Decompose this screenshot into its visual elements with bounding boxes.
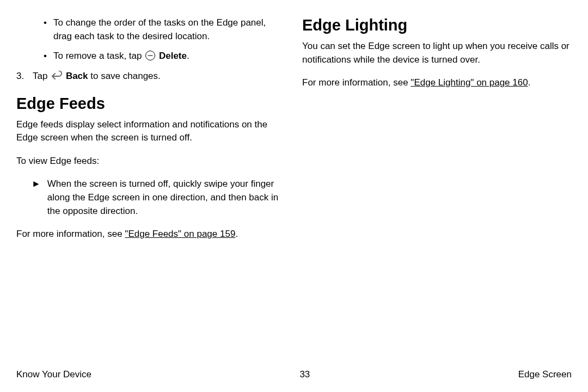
bullet-item: • To change the order of the tasks on th… <box>44 16 286 43</box>
text-fragment: For more information, see <box>302 77 411 88</box>
text-bold: Back <box>66 71 88 81</box>
text-fragment: . <box>528 77 531 88</box>
cross-reference-link[interactable]: "Edge Lighting" on page 160 <box>411 77 528 88</box>
delete-icon <box>145 51 155 60</box>
text-fragment: Tap <box>33 71 50 81</box>
paragraph: You can set the Edge screen to light up … <box>302 40 572 66</box>
action-item: ► When the screen is turned off, quickly… <box>32 177 286 218</box>
step-number: 3. <box>16 70 33 85</box>
right-column: Edge Lighting You can set the Edge scree… <box>302 16 572 365</box>
bullet-text: To change the order of the tasks on the … <box>53 16 286 43</box>
footer-left: Know Your Device <box>16 369 91 380</box>
bullet-marker: • <box>44 16 47 43</box>
page-footer: Know Your Device 33 Edge Screen <box>16 369 572 380</box>
text-fragment: . <box>187 51 189 61</box>
paragraph: For more information, see "Edge Feeds" o… <box>16 228 286 241</box>
bullet-text: To remove a task, tap Delete. <box>53 50 189 63</box>
back-icon <box>51 71 62 85</box>
text-bold: Delete <box>159 51 187 61</box>
cross-reference-link[interactable]: "Edge Feeds" on page 159 <box>125 229 235 239</box>
heading-edge-lighting: Edge Lighting <box>302 16 572 34</box>
bullet-item: • To remove a task, tap Delete. <box>44 50 286 63</box>
footer-right: Edge Screen <box>518 369 572 380</box>
text-fragment: . <box>235 229 238 239</box>
heading-edge-feeds: Edge Feeds <box>16 95 286 113</box>
paragraph: For more information, see "Edge Lighting… <box>302 76 572 90</box>
paragraph: To view Edge feeds: <box>16 155 286 168</box>
paragraph: Edge feeds display select information an… <box>16 118 286 145</box>
text-fragment: To remove a task, tap <box>53 51 144 61</box>
triangle-marker: ► <box>32 177 41 218</box>
numbered-step: 3. Tap Back to save changes. <box>16 70 286 85</box>
action-text: When the screen is turned off, quickly s… <box>47 177 286 218</box>
step-content: Tap Back to save changes. <box>33 70 286 85</box>
text-fragment: to save changes. <box>88 71 161 81</box>
text-fragment: For more information, see <box>16 229 125 239</box>
footer-page-number: 33 <box>299 369 310 380</box>
left-column: • To change the order of the tasks on th… <box>16 16 286 365</box>
bullet-marker: • <box>44 50 47 63</box>
